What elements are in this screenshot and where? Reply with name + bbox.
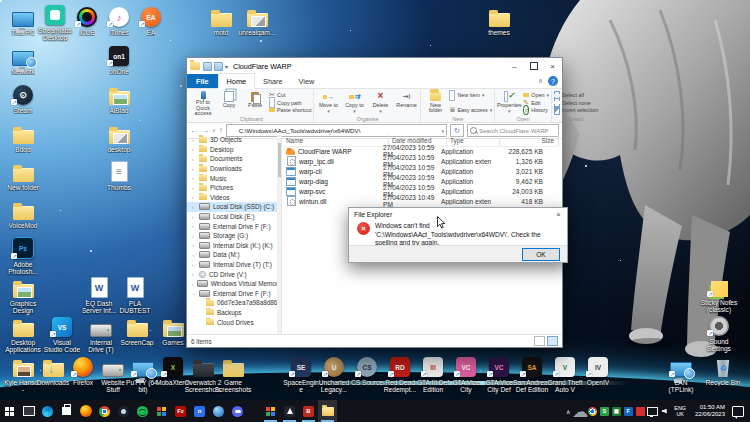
taskbar-filezilla[interactable]: Fz — [171, 400, 190, 422]
title-bar[interactable]: ▾ CloudFlare WARP – × — [187, 58, 562, 74]
nav-scrollbar[interactable] — [277, 135, 281, 335]
up-button[interactable]: ↑ — [219, 127, 223, 135]
sidebar-item-internal-disk-k[interactable]: ›Internal Disk (K:) (K:) — [187, 241, 281, 251]
desktop-icon-desktop-folder[interactable]: desktop — [100, 121, 138, 153]
copy-path-button[interactable]: Copy path — [269, 100, 311, 106]
desktop-icon-lan-tplink[interactable]: LAN (TPLink) — [662, 354, 700, 394]
network-icon[interactable] — [646, 400, 658, 422]
start-button[interactable] — [0, 400, 19, 422]
tray-chrome-icon[interactable] — [586, 400, 598, 422]
properties-button[interactable]: ✓Properties▾ — [497, 91, 521, 114]
volume-icon[interactable] — [658, 400, 670, 422]
running-app-color[interactable] — [261, 400, 280, 422]
desktop-icon-graphics-design[interactable]: Graphics Design — [4, 275, 42, 315]
tray-green2-app-icon[interactable]: ▣ — [610, 400, 622, 422]
column-header-name[interactable]: Name — [283, 135, 389, 146]
history-button[interactable]: ↺History — [523, 107, 549, 113]
select-all-button[interactable]: Select all — [554, 92, 598, 98]
sidebar-item-windows-virtual-memory[interactable]: ›Windows Virtual Memory ( — [187, 279, 281, 289]
column-header-size[interactable]: Size — [500, 135, 559, 146]
desktop-icon-sticky-notes[interactable]: Sticky Notes (classic) — [700, 274, 738, 314]
help-icon[interactable]: ? — [548, 76, 558, 86]
new-folder-button[interactable]: New folder — [423, 91, 447, 114]
onedrive-icon[interactable]: ☁ — [574, 400, 586, 422]
qat-icon[interactable] — [214, 62, 223, 71]
desktop-icon-recycle-bin[interactable]: Recycle Bin — [704, 354, 742, 386]
sidebar-item-pictures[interactable]: ›Pictures — [187, 183, 281, 193]
sidebar-item-local-disk-c[interactable]: ›Local Disk (SSD) (C:) — [187, 202, 281, 212]
desktop-icon-new-folder[interactable]: New folder — [4, 159, 42, 191]
taskbar-file-explorer[interactable] — [318, 400, 337, 422]
sidebar-item-storage-g[interactable]: ›Storage (G:) — [187, 231, 281, 241]
desktop-icon-motd[interactable]: motd — [202, 4, 240, 36]
sidebar-item-music[interactable]: ›Music — [187, 173, 281, 183]
desktop-icon-vscode[interactable]: VSVisual Studio Code — [43, 314, 81, 354]
desktop-icon-aiblag[interactable]: AiBlag — [100, 82, 138, 114]
file-row[interactable]: wintun.dll27/04/2023 10:49 PMApplication… — [283, 196, 559, 206]
column-header-type[interactable]: Type — [447, 135, 500, 146]
desktop-icon-pla-dubtest-doc[interactable]: PLA DUBTEST VPS — [116, 275, 154, 315]
desktop-icon-unrealgam[interactable]: unrealgam... — [238, 4, 276, 36]
sidebar-item-external-drive-f[interactable]: ›External Drive F (F:) — [187, 221, 281, 231]
quick-access-toolbar[interactable]: ▾ — [203, 62, 228, 71]
copy-button[interactable]: Copy — [217, 91, 241, 114]
back-button[interactable]: ← — [190, 127, 198, 135]
tab-home[interactable]: Home — [218, 73, 255, 89]
action-center-icon[interactable] — [732, 406, 744, 417]
desktop-icon-openiv[interactable]: IVOpenIV — [579, 354, 617, 386]
rename-button[interactable]: ⇥IRename — [394, 91, 418, 114]
tray-blue-app-icon[interactable]: F — [622, 400, 634, 422]
sidebar-item-cd-drive-v[interactable]: ›CD Drive (V:) — [187, 269, 281, 279]
sidebar-item-hash-folder[interactable]: 06d7e3ea7a98a8d86c8652fe — [187, 298, 281, 308]
desktop-icon-eq-dash-doc[interactable]: EQ Dash Server Inf... — [80, 275, 118, 315]
collapse-ribbon-icon[interactable]: ∧ — [533, 77, 548, 85]
tray-green-app-icon[interactable]: S — [598, 400, 610, 422]
sidebar-item-documents[interactable]: ›Documents — [187, 154, 281, 164]
sidebar-item-desktop[interactable]: ›Desktop — [187, 145, 281, 155]
details-view-toggle[interactable] — [534, 336, 545, 346]
taskbar-notion[interactable]: n — [190, 400, 209, 422]
taskbar-browser-sphere[interactable] — [209, 400, 228, 422]
maximize-button[interactable] — [524, 58, 543, 74]
open-button[interactable]: Open▾ — [523, 92, 549, 98]
nav-scrollbar-thumb[interactable] — [278, 143, 281, 177]
sidebar-item-3d-objects[interactable]: ›3D Objects — [187, 135, 281, 145]
desktop-icon-steam[interactable]: ⊙Steam — [4, 82, 42, 114]
tray-red-app-icon[interactable] — [634, 400, 646, 422]
recent-locations-icon[interactable]: ∨ — [212, 128, 216, 133]
desktop-icon-bdgd[interactable]: Bdgd — [4, 121, 42, 153]
address-dropdown-icon[interactable]: ▾ — [441, 128, 444, 134]
desktop-icon-voicemod[interactable]: VoiceMod — [4, 197, 42, 229]
tab-view[interactable]: View — [291, 74, 323, 88]
desktop-icon-sound-settings[interactable]: Sound Settings — [700, 313, 738, 353]
delete-button[interactable]: ×Delete▾ — [368, 91, 392, 114]
sidebar-item-cloud-drives[interactable]: Cloud Drives — [187, 317, 281, 327]
taskbar-store[interactable] — [57, 400, 76, 422]
taskbar-chrome[interactable] — [95, 400, 114, 422]
sidebar-item-downloads[interactable]: ›Downloads — [187, 164, 281, 174]
qat-dropdown-icon[interactable]: ▾ — [225, 63, 228, 70]
dialog-close-icon[interactable]: × — [550, 210, 567, 219]
large-icons-view-toggle[interactable] — [547, 336, 558, 346]
sidebar-item-external-drive-f-expanded[interactable]: ⌄External Drive F (F:) — [187, 289, 281, 299]
taskbar-firefox[interactable] — [76, 400, 95, 422]
pin-to-quick-access-button[interactable]: Pin to Quick access — [191, 91, 215, 114]
dialog-title-bar[interactable]: File Explorer × — [349, 208, 567, 220]
desktop-icon-themes[interactable]: themes — [480, 4, 518, 36]
select-none-button[interactable]: Select none — [554, 100, 598, 106]
desktop-icon-screencap[interactable]: ScreenCap — [118, 314, 156, 346]
copy-to-button[interactable]: ⇉Copy to▾ — [342, 91, 366, 114]
desktop-icon-photoshop[interactable]: PsAdobe Photosh... — [4, 236, 42, 276]
sidebar-item-internal-drive-t[interactable]: ›Internal Drive (T) (T:) — [187, 260, 281, 270]
sidebar-item-local-disk-e[interactable]: ›Local Disk (E:) — [187, 212, 281, 222]
desktop-icon-network[interactable]: Network — [4, 43, 42, 75]
close-button[interactable]: × — [543, 58, 562, 74]
taskbar-satellite-app[interactable] — [114, 400, 133, 422]
easy-access-button[interactable]: ≣Easy access▾ — [449, 107, 492, 113]
move-to-button[interactable]: →Move to▾ — [316, 91, 340, 114]
taskbar-discord[interactable] — [228, 400, 247, 422]
task-view-button[interactable] — [19, 400, 38, 422]
desktop-icon-desktop-applications[interactable]: Desktop Applications — [4, 314, 42, 354]
taskbar-photos[interactable] — [152, 400, 171, 422]
forward-button[interactable]: → — [201, 127, 209, 135]
